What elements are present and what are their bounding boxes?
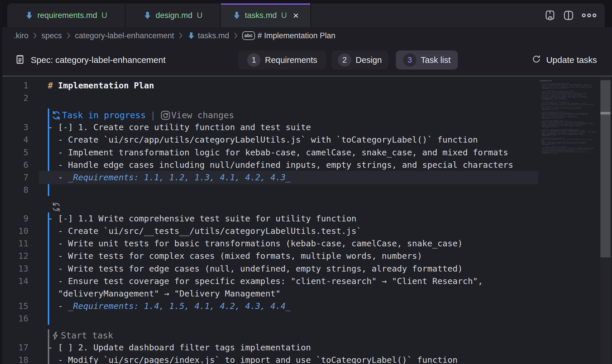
bolt-icon	[51, 331, 60, 340]
more-actions-icon[interactable]	[582, 13, 597, 18]
line-number: 15	[0, 300, 28, 312]
task-in-progress-lens[interactable]: Task in progress	[51, 109, 146, 121]
code-line[interactable]: - [-] 1.1 Write comprehensive test suite…	[48, 212, 356, 225]
breadcrumb-item-specs[interactable]: specs	[41, 31, 62, 40]
line-number: 10	[0, 225, 28, 237]
step-label: Design	[356, 55, 382, 65]
split-editor-icon[interactable]	[563, 10, 574, 21]
codelens-row: Task in progress|View changes	[51, 109, 234, 121]
refresh-icon	[531, 54, 541, 66]
git-status-badge: U	[101, 11, 107, 20]
view-changes-lens[interactable]: View changes	[160, 109, 234, 121]
breadcrumb-item-kiro[interactable]: .kiro	[14, 31, 28, 40]
tab-label: design.md	[156, 11, 192, 20]
git-status-badge: U	[197, 11, 203, 20]
chevron-right-icon	[33, 32, 37, 39]
spec-title: Spec: category-label-enhancement	[31, 55, 165, 65]
code-line[interactable]: - _Requirements: 1.1, 1.2, 1.3, 4.1, 4.2…	[48, 171, 291, 184]
step-number-badge: 1	[247, 53, 261, 67]
code-line[interactable]: - Ensure test coverage for specific exam…	[48, 275, 483, 287]
history-icon	[160, 110, 171, 121]
line-number: 13	[0, 263, 28, 275]
code-line[interactable]: - Modify `ui/src/pages/index.js` to impo…	[48, 354, 458, 364]
line-number: 12	[0, 250, 28, 262]
line-number: 5	[0, 146, 28, 159]
line-number: 7	[0, 171, 28, 184]
line-number: 3	[0, 121, 28, 134]
tab-design-md[interactable]: design.md U	[126, 3, 221, 27]
close-tab-icon[interactable]: ×	[293, 10, 299, 20]
line-number: 9	[0, 212, 28, 225]
breadcrumb-item-symbol[interactable]: abc # Implementation Plan	[242, 31, 336, 40]
chevron-right-icon	[67, 32, 70, 39]
task-sync-spinner[interactable]	[51, 202, 61, 212]
editor-window: requirements.md U design.md U tasks.md U…	[0, 0, 612, 364]
spec-notepad-icon	[15, 54, 25, 65]
line-number: 14	[0, 275, 28, 287]
markdown-file-icon	[187, 32, 195, 40]
breadcrumb-item-folder[interactable]: category-label-enhancement	[75, 31, 174, 40]
code-line[interactable]: - Create `ui/src/__tests__/utils/categor…	[48, 225, 362, 237]
minimap-line: - Replace direct category name rendering…	[540, 104, 600, 105]
step-label: Task list	[421, 55, 451, 65]
minimap-line: - _Requirements: 2.3, 3.3, 4.4_	[540, 152, 600, 154]
line-number: 6	[0, 159, 28, 171]
kiro-ghost-icon[interactable]	[544, 10, 555, 21]
step-label: Requirements	[265, 55, 317, 65]
line-number: 17	[0, 341, 28, 354]
minimap[interactable]: # Implementation Plan - [-] 1. Create co…	[540, 80, 600, 260]
breadcrumb-item-file[interactable]: tasks.md	[187, 31, 229, 40]
chevron-right-icon	[234, 32, 238, 39]
step-number-badge: 3	[403, 53, 416, 67]
scrollbar-thumb[interactable]	[600, 80, 611, 257]
update-tasks-button[interactable]: Update tasks	[531, 44, 597, 76]
tab-bar: requirements.md U design.md U tasks.md U…	[7, 3, 605, 27]
line-number: 2	[0, 92, 28, 104]
markdown-file-icon	[143, 11, 152, 20]
step-number-badge: 2	[338, 53, 351, 67]
code-line[interactable]: "deliveryManagement" → "Delivery Managem…	[48, 287, 280, 300]
code-line[interactable]: # Implementation Plan	[48, 79, 154, 92]
sync-icon	[51, 110, 61, 121]
code-line[interactable]: - Write unit tests for basic transformat…	[48, 237, 463, 250]
line-number: 16	[0, 312, 28, 325]
code-line[interactable]: - Handle edge cases including null/undef…	[48, 159, 513, 171]
start-task-lens[interactable]: Start task	[51, 329, 113, 342]
step-requirements-button[interactable]: 1 Requirements	[238, 50, 326, 70]
tab-label: requirements.md	[37, 11, 97, 20]
code-line[interactable]: - Implement transformation logic for keb…	[48, 146, 508, 159]
git-status-badge: U	[281, 11, 287, 20]
minimap-line: - Update `ui/src/styles/globals.css` to …	[540, 139, 600, 140]
line-number: 18	[0, 354, 28, 364]
tab-tasks-md-active[interactable]: tasks.md U ×	[221, 3, 311, 27]
code-line[interactable]: - _Requirements: 1.4, 1.5, 4.1, 4.2, 4.3…	[48, 300, 291, 312]
codelens-separator: |	[146, 109, 160, 121]
step-design-button[interactable]: 2 Design	[332, 50, 388, 70]
tab-label: tasks.md	[245, 11, 277, 20]
markdown-file-icon	[232, 11, 241, 20]
scrollbar-current-line-marker	[600, 112, 611, 114]
editor-pane[interactable]: 1# Implementation Plan2Task in progress|…	[0, 77, 612, 364]
codelens-row	[51, 201, 61, 213]
breadcrumb: .kiro specs category-label-enhancement t…	[0, 27, 612, 44]
code-line[interactable]: - Create `ui/src/app/utils/categoryLabel…	[48, 134, 478, 146]
update-tasks-label: Update tasks	[546, 55, 597, 65]
chevron-right-icon	[179, 32, 183, 39]
line-number: 4	[0, 134, 28, 146]
tab-bar-actions	[544, 3, 597, 27]
symbol-string-icon: abc	[242, 31, 255, 40]
line-number: 1	[0, 79, 28, 92]
spec-bar: Spec: category-label-enhancement 1 Requi…	[0, 44, 612, 76]
code-line[interactable]: - [-] 1. Create core utility function an…	[48, 121, 311, 134]
window-left-edge	[0, 0, 2, 364]
code-line[interactable]: - Write tests for complex cases (mixed f…	[48, 250, 422, 262]
line-number: 11	[0, 237, 28, 250]
sync-icon	[51, 202, 61, 212]
code-line[interactable]: - [ ] 2. Update dashboard filter tags im…	[48, 341, 311, 354]
markdown-file-icon	[25, 11, 34, 20]
tab-requirements-md[interactable]: requirements.md U	[7, 3, 126, 27]
codelens-row: Start task	[51, 329, 113, 342]
step-task-list-button[interactable]: 3 Task list	[396, 50, 458, 70]
line-number: 8	[0, 184, 28, 196]
code-line[interactable]: - Write tests for edge cases (null, unde…	[48, 263, 463, 275]
